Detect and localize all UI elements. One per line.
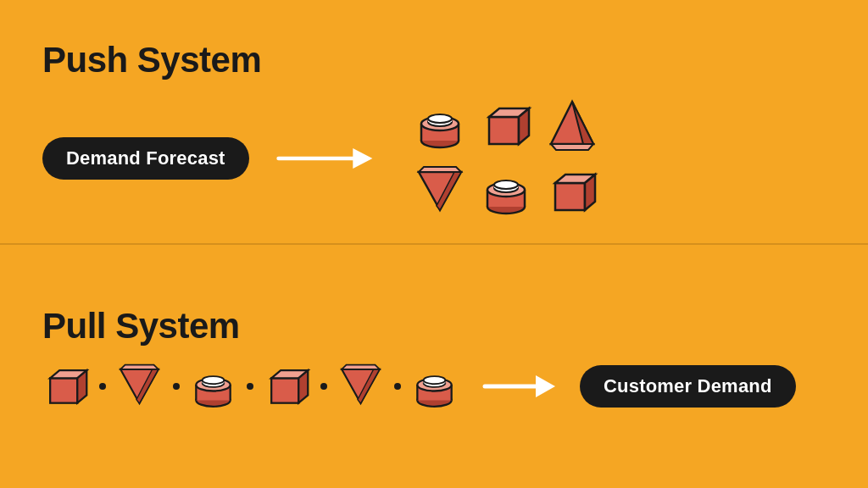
push-row: Demand Forecast [42, 96, 826, 221]
svg-marker-18 [419, 167, 461, 172]
push-section: Push System Demand Forecast [42, 17, 826, 243]
push-triangle-down-1 [410, 162, 470, 221]
svg-marker-59 [536, 375, 555, 397]
svg-rect-44 [271, 378, 298, 402]
push-cube-2 [542, 162, 602, 221]
svg-rect-30 [50, 378, 77, 402]
pull-connector-4 [320, 383, 327, 390]
svg-point-57 [424, 376, 446, 384]
pull-connector-1 [99, 383, 106, 390]
push-cylinder-2 [476, 162, 536, 221]
push-cube-1 [476, 96, 536, 155]
svg-point-43 [203, 376, 225, 384]
main-container: Push System Demand Forecast [0, 0, 868, 488]
pull-cylinder-1 [190, 362, 236, 411]
pull-connector-2 [173, 383, 180, 390]
push-triangle-up-1 [542, 96, 602, 155]
svg-marker-15 [551, 144, 593, 150]
section-divider [0, 243, 868, 245]
demand-forecast-label: Demand Forecast [42, 137, 249, 180]
pull-arrow [468, 365, 570, 408]
pull-triangle-down-1 [116, 362, 163, 411]
svg-rect-10 [489, 117, 519, 144]
pull-triangle-down-2 [337, 362, 384, 411]
pull-connector-5 [394, 383, 401, 390]
svg-marker-1 [353, 148, 372, 169]
pull-cube-2 [264, 363, 310, 409]
svg-rect-27 [555, 183, 585, 210]
push-shapes-grid [410, 96, 602, 221]
pull-connector-3 [247, 383, 253, 390]
svg-marker-35 [120, 364, 159, 369]
push-title: Push System [42, 40, 826, 80]
pull-cube-1 [42, 363, 89, 409]
pull-section: Pull System [42, 245, 826, 471]
svg-point-26 [494, 180, 518, 189]
push-cylinder-1 [410, 96, 470, 155]
push-arrow [275, 137, 376, 180]
svg-point-9 [428, 114, 452, 123]
pull-row: Customer Demand [42, 362, 826, 411]
customer-demand-label: Customer Demand [580, 365, 796, 408]
svg-marker-49 [342, 364, 380, 369]
pull-cylinder-2 [411, 362, 458, 411]
pull-title: Pull System [42, 306, 826, 347]
